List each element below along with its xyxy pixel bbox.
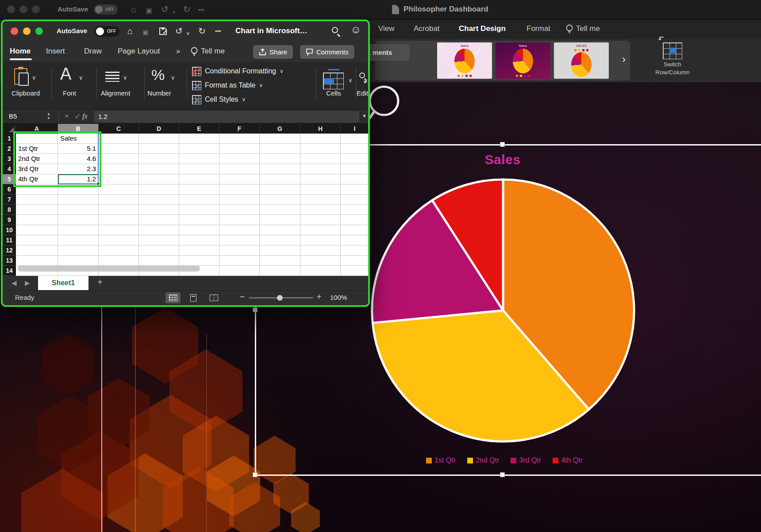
- cell-G7[interactable]: [260, 195, 300, 205]
- tab-page-layout[interactable]: Page Layout: [118, 47, 160, 56]
- cell-F9[interactable]: [219, 215, 260, 225]
- cell-A7[interactable]: [16, 195, 58, 205]
- zoom-slider-thumb[interactable]: [277, 295, 283, 301]
- horizontal-scrollbar[interactable]: [18, 265, 200, 272]
- legend-item[interactable]: 1st Qtr: [426, 456, 456, 464]
- cell-I8[interactable]: [341, 205, 369, 215]
- cell-C1[interactable]: [99, 134, 139, 144]
- zoom-out-button[interactable]: −: [240, 292, 245, 302]
- chevron-down-icon[interactable]: ∨: [348, 77, 353, 84]
- cell-E9[interactable]: [179, 215, 219, 225]
- switch-row-column-label-2[interactable]: Row/Column: [642, 69, 703, 76]
- insert-function-icon[interactable]: fx: [82, 112, 88, 120]
- next-sheet-icon[interactable]: ▶: [25, 279, 30, 287]
- tab-draw[interactable]: Draw: [84, 47, 102, 56]
- cell-G8[interactable]: [260, 205, 300, 215]
- chevron-down-icon[interactable]: ∨: [32, 74, 36, 81]
- cell-A11[interactable]: [16, 235, 58, 245]
- tab-format[interactable]: Format: [527, 24, 550, 33]
- legend-item[interactable]: 4th Qtr: [553, 456, 583, 464]
- cell-I7[interactable]: [341, 195, 369, 205]
- cell-D1[interactable]: [139, 134, 179, 144]
- cell-I10[interactable]: [341, 225, 369, 235]
- cell-B10[interactable]: [58, 225, 99, 235]
- zoom-window-icon[interactable]: [35, 27, 43, 35]
- cell-H13[interactable]: [300, 256, 341, 266]
- number-format-icon[interactable]: %: [151, 66, 165, 84]
- cell-styles-button[interactable]: Cell Styles ∨: [192, 93, 246, 106]
- cell-I4[interactable]: [341, 164, 369, 174]
- gallery-more-arrow[interactable]: ›: [622, 53, 626, 65]
- zoom-slider[interactable]: [249, 297, 313, 299]
- cell-C3[interactable]: [99, 154, 139, 164]
- tab-home[interactable]: Home: [10, 47, 31, 56]
- formula-bar-expand-icon[interactable]: ▼: [362, 113, 367, 119]
- cells-icon[interactable]: [323, 73, 344, 89]
- chart-resize-handle-left[interactable]: [253, 307, 258, 312]
- chevron-down-icon[interactable]: ∨: [186, 27, 190, 39]
- pie-chart[interactable]: [368, 175, 638, 446]
- feedback-smiley-icon[interactable]: ☺: [350, 24, 361, 35]
- cell-G6[interactable]: [260, 184, 300, 195]
- chevron-down-icon[interactable]: ∨: [171, 74, 175, 81]
- cell-H1[interactable]: [300, 134, 341, 144]
- column-header-f[interactable]: F: [219, 124, 260, 134]
- add-sheet-button[interactable]: +: [97, 277, 103, 287]
- cell-E10[interactable]: [179, 225, 219, 235]
- more-options-icon[interactable]: •••: [198, 4, 204, 16]
- cell-D7[interactable]: [139, 195, 179, 205]
- more-options-icon[interactable]: •••: [215, 26, 221, 37]
- cell-F1[interactable]: [219, 134, 260, 144]
- home-icon[interactable]: ⌂: [131, 4, 136, 15]
- cell-C4[interactable]: [99, 164, 139, 174]
- formula-input[interactable]: 1.2: [94, 111, 359, 122]
- cell-E4[interactable]: [179, 164, 219, 174]
- cell-E11[interactable]: [179, 235, 219, 245]
- minimize-window-icon[interactable]: [19, 5, 27, 13]
- minimize-window-icon[interactable]: [23, 27, 31, 35]
- home-icon[interactable]: ⌂: [127, 25, 133, 37]
- chart-style-thumbnail[interactable]: SALES: [554, 42, 609, 79]
- cell-G14[interactable]: [260, 266, 300, 276]
- row-header-8[interactable]: 8: [3, 205, 16, 215]
- alignment-icon[interactable]: [105, 72, 119, 82]
- cell-H14[interactable]: [300, 266, 341, 276]
- cell-G10[interactable]: [260, 225, 300, 235]
- cell-I2[interactable]: [341, 144, 369, 154]
- column-header-e[interactable]: E: [179, 124, 219, 134]
- cell-F2[interactable]: [219, 144, 260, 154]
- chart-legend[interactable]: 1st Qtr2nd Qtr3rd Qtr4th Qtr: [394, 456, 615, 464]
- cell-G1[interactable]: [260, 134, 300, 144]
- legend-item[interactable]: 2nd Qtr: [467, 456, 499, 464]
- comments-button[interactable]: Comments: [300, 45, 354, 59]
- cell-F13[interactable]: [219, 256, 260, 266]
- normal-view-button[interactable]: [165, 292, 181, 303]
- cell-F10[interactable]: [219, 225, 260, 235]
- zoom-window-icon[interactable]: [32, 5, 40, 13]
- cell-G13[interactable]: [260, 256, 300, 266]
- cell-H3[interactable]: [300, 154, 341, 164]
- chevron-down-icon[interactable]: ∨: [172, 6, 176, 18]
- cell-I3[interactable]: [341, 154, 369, 164]
- cancel-entry-icon[interactable]: ×: [65, 112, 69, 121]
- tab-chart-design[interactable]: Chart Design: [459, 24, 506, 33]
- column-header-g[interactable]: G: [260, 124, 300, 134]
- cell-E1[interactable]: [179, 134, 219, 144]
- cell-D4[interactable]: [139, 164, 179, 174]
- search-icon[interactable]: [332, 27, 338, 33]
- tab-tell-me[interactable]: Tell me: [576, 24, 600, 33]
- chart-style-thumbnail[interactable]: Sales: [496, 42, 550, 79]
- cell-G5[interactable]: [260, 174, 300, 184]
- ribbon-overflow-arrow[interactable]: ▸: [364, 78, 367, 85]
- cell-F6[interactable]: [219, 184, 260, 195]
- cell-H6[interactable]: [300, 184, 341, 195]
- cell-C5[interactable]: [99, 174, 139, 184]
- cell-D12[interactable]: [139, 245, 179, 256]
- cell-C11[interactable]: [99, 235, 139, 245]
- cell-D10[interactable]: [139, 225, 179, 235]
- tab-overflow-chevrons[interactable]: »: [176, 47, 180, 56]
- redo-icon[interactable]: ↻: [198, 25, 206, 37]
- cell-A10[interactable]: [16, 225, 58, 235]
- autosave-toggle[interactable]: OFF: [94, 4, 118, 15]
- cell-C9[interactable]: [99, 215, 139, 225]
